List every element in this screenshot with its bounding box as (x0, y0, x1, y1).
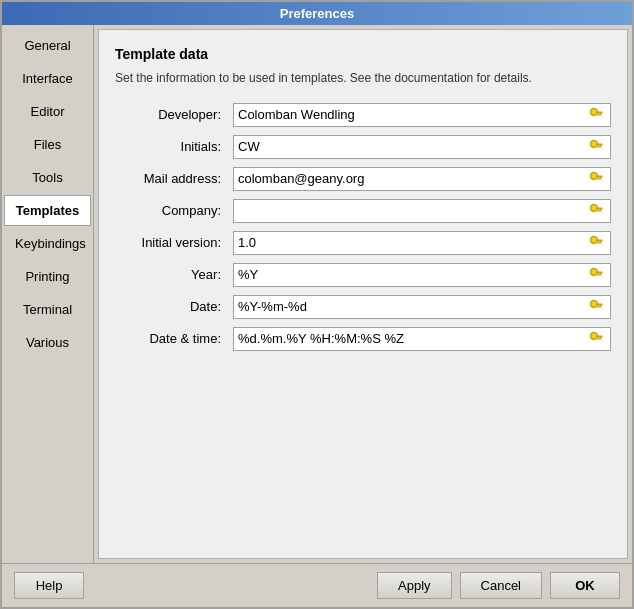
sidebar-item-templates[interactable]: Templates (4, 195, 91, 226)
input-wrapper-mail (233, 167, 611, 191)
input-wrapper-version (233, 231, 611, 255)
input-wrapper-year (233, 263, 611, 287)
input-wrapper-date (233, 295, 611, 319)
clear-btn-company[interactable] (588, 202, 606, 220)
svg-rect-27 (598, 305, 600, 308)
footer-left: Help (14, 572, 84, 599)
content-title: Template data (115, 46, 611, 62)
input-wrapper-datetime (233, 327, 611, 351)
svg-rect-17 (597, 239, 603, 241)
svg-point-16 (591, 236, 598, 243)
svg-rect-6 (600, 145, 602, 147)
svg-point-8 (591, 172, 598, 179)
cancel-button[interactable]: Cancel (460, 572, 542, 599)
ok-button[interactable]: OK (550, 572, 620, 599)
clear-btn-year[interactable] (588, 266, 606, 284)
input-wrapper-developer (233, 103, 611, 127)
input-date[interactable] (238, 299, 588, 314)
svg-rect-22 (600, 273, 602, 275)
svg-point-4 (591, 140, 598, 147)
svg-point-12 (591, 204, 598, 211)
svg-rect-10 (600, 177, 602, 179)
sidebar: GeneralInterfaceEditorFilesToolsTemplate… (2, 25, 94, 563)
svg-point-20 (591, 268, 598, 275)
svg-rect-14 (600, 209, 602, 211)
content-description: Set the information to be used in templa… (115, 70, 611, 87)
svg-rect-23 (598, 273, 600, 276)
label-date: Date: (115, 299, 225, 314)
label-year: Year: (115, 267, 225, 282)
clear-btn-developer[interactable] (588, 106, 606, 124)
clear-btn-datetime[interactable] (588, 330, 606, 348)
svg-rect-29 (597, 335, 603, 337)
input-year[interactable] (238, 267, 588, 282)
svg-point-0 (591, 108, 598, 115)
title-bar: Preferences (2, 2, 632, 25)
svg-rect-25 (597, 303, 603, 305)
sidebar-item-various[interactable]: Various (4, 327, 91, 358)
label-mail: Mail address: (115, 171, 225, 186)
input-initials[interactable] (238, 139, 588, 154)
clear-btn-mail[interactable] (588, 170, 606, 188)
help-button[interactable]: Help (14, 572, 84, 599)
sidebar-item-keybindings[interactable]: Keybindings (4, 228, 91, 259)
svg-point-28 (591, 332, 598, 339)
svg-rect-9 (597, 175, 603, 177)
sidebar-item-printing[interactable]: Printing (4, 261, 91, 292)
label-company: Company: (115, 203, 225, 218)
svg-rect-2 (600, 113, 602, 115)
preferences-dialog: Preferences GeneralInterfaceEditorFilesT… (0, 0, 634, 609)
svg-rect-15 (598, 209, 600, 212)
input-version[interactable] (238, 235, 588, 250)
footer-right: Apply Cancel OK (377, 572, 620, 599)
sidebar-item-interface[interactable]: Interface (4, 63, 91, 94)
clear-btn-date[interactable] (588, 298, 606, 316)
content-area: Template data Set the information to be … (98, 29, 628, 559)
input-wrapper-company (233, 199, 611, 223)
svg-rect-7 (598, 145, 600, 148)
sidebar-item-files[interactable]: Files (4, 129, 91, 160)
input-company[interactable] (238, 203, 588, 218)
svg-rect-11 (598, 177, 600, 180)
svg-rect-18 (600, 241, 602, 243)
label-datetime: Date & time: (115, 331, 225, 346)
clear-btn-initials[interactable] (588, 138, 606, 156)
dialog-footer: Help Apply Cancel OK (2, 563, 632, 607)
input-developer[interactable] (238, 107, 588, 122)
svg-rect-30 (600, 337, 602, 339)
svg-rect-13 (597, 207, 603, 209)
sidebar-item-general[interactable]: General (4, 30, 91, 61)
svg-rect-1 (597, 111, 603, 113)
label-developer: Developer: (115, 107, 225, 122)
dialog-body: GeneralInterfaceEditorFilesToolsTemplate… (2, 25, 632, 563)
svg-rect-26 (600, 305, 602, 307)
input-mail[interactable] (238, 171, 588, 186)
input-wrapper-initials (233, 135, 611, 159)
svg-rect-3 (598, 113, 600, 116)
clear-btn-version[interactable] (588, 234, 606, 252)
apply-button[interactable]: Apply (377, 572, 452, 599)
input-datetime[interactable] (238, 331, 588, 346)
svg-rect-19 (598, 241, 600, 244)
form-grid: Developer: Initials: Mail address: Compa… (115, 103, 611, 351)
svg-rect-21 (597, 271, 603, 273)
svg-point-24 (591, 300, 598, 307)
svg-rect-5 (597, 143, 603, 145)
sidebar-item-tools[interactable]: Tools (4, 162, 91, 193)
sidebar-item-terminal[interactable]: Terminal (4, 294, 91, 325)
dialog-title: Preferences (280, 6, 354, 21)
label-version: Initial version: (115, 235, 225, 250)
label-initials: Initials: (115, 139, 225, 154)
sidebar-item-editor[interactable]: Editor (4, 96, 91, 127)
svg-rect-31 (598, 337, 600, 340)
